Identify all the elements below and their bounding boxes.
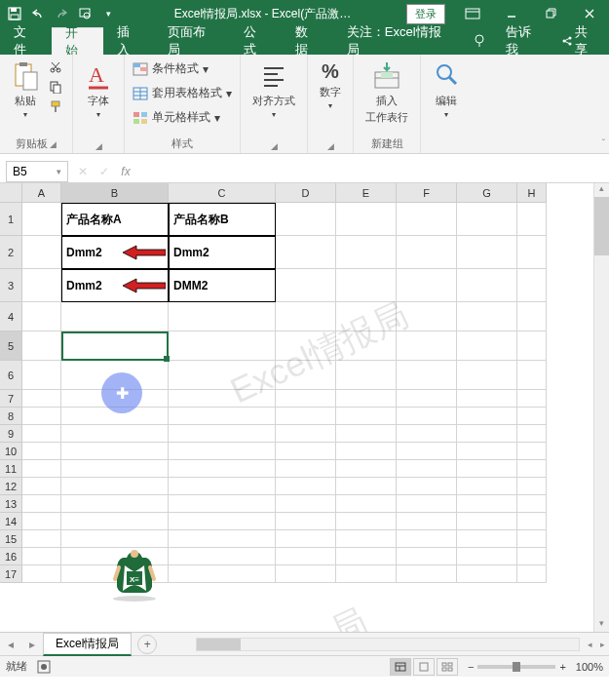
cell-e5[interactable] xyxy=(336,331,397,361)
cell-h6[interactable] xyxy=(517,361,547,390)
cell-d15[interactable] xyxy=(276,530,336,548)
cell-h5[interactable] xyxy=(517,331,547,361)
copy-button[interactable] xyxy=(47,78,64,96)
col-header-e[interactable]: E xyxy=(336,183,397,203)
cell-d12[interactable] xyxy=(276,478,336,495)
cell-a14[interactable] xyxy=(22,513,61,530)
font-button[interactable]: A 字体 ▾ xyxy=(81,58,116,121)
cell-g14[interactable] xyxy=(457,513,517,530)
print-preview-button[interactable] xyxy=(74,3,95,24)
fx-button[interactable]: fx xyxy=(117,165,134,178)
cell-g5[interactable] xyxy=(457,331,517,361)
cell-d17[interactable] xyxy=(276,565,336,583)
cell-a15[interactable] xyxy=(22,530,61,548)
login-button[interactable]: 登录 xyxy=(406,4,445,24)
cell-h4[interactable] xyxy=(517,302,547,331)
cell-f16[interactable] xyxy=(397,548,457,565)
sheet-nav-prev[interactable]: ◂ xyxy=(0,638,21,651)
alignment-button[interactable]: 对齐方式 ▾ xyxy=(248,58,299,121)
cell-b5[interactable] xyxy=(61,331,169,361)
cell-a4[interactable] xyxy=(22,302,61,331)
zoom-slider[interactable] xyxy=(477,665,555,669)
cell-a8[interactable] xyxy=(22,408,61,425)
zoom-value[interactable]: 100% xyxy=(576,661,603,673)
cell-h10[interactable] xyxy=(517,443,547,460)
cell-c9[interactable] xyxy=(169,425,276,443)
cell-f11[interactable] xyxy=(397,460,457,478)
cell-c6[interactable] xyxy=(169,361,276,390)
horizontal-scrollbar[interactable] xyxy=(196,638,580,651)
ribbon-options-button[interactable] xyxy=(453,0,492,27)
cell-h13[interactable] xyxy=(517,495,547,513)
format-as-table-button[interactable]: 套用表格格式 ▾ xyxy=(133,83,232,103)
cell-a17[interactable] xyxy=(22,565,61,583)
tab-home[interactable]: 开始 xyxy=(52,27,103,55)
cell-a12[interactable] xyxy=(22,478,61,495)
cell-h17[interactable] xyxy=(517,565,547,583)
cell-c4[interactable] xyxy=(169,302,276,331)
cell-g11[interactable] xyxy=(457,460,517,478)
cell-b10[interactable] xyxy=(61,443,169,460)
cell-c11[interactable] xyxy=(169,460,276,478)
row-header-1[interactable]: 1 xyxy=(0,203,22,236)
cell-e2[interactable] xyxy=(336,236,397,269)
row-header-5[interactable]: 5 xyxy=(0,331,22,361)
zoom-in-button[interactable]: + xyxy=(559,661,565,673)
cell-g16[interactable] xyxy=(457,548,517,565)
new-sheet-button[interactable]: + xyxy=(137,635,157,654)
cell-b2[interactable]: Dmm2 xyxy=(61,236,169,269)
cell-a11[interactable] xyxy=(22,460,61,478)
save-button[interactable] xyxy=(4,3,25,24)
tab-data[interactable]: 数据 xyxy=(282,27,333,55)
row-header-8[interactable]: 8 xyxy=(0,408,22,425)
tab-insert[interactable]: 插入 xyxy=(103,27,155,55)
select-all-button[interactable] xyxy=(0,183,22,203)
cell-c10[interactable] xyxy=(169,443,276,460)
cell-c8[interactable] xyxy=(169,408,276,425)
cell-d13[interactable] xyxy=(276,495,336,513)
cell-h11[interactable] xyxy=(517,460,547,478)
cell-g8[interactable] xyxy=(457,408,517,425)
cell-e17[interactable] xyxy=(336,565,397,583)
cell-d10[interactable] xyxy=(276,443,336,460)
tab-file[interactable]: 文件 xyxy=(0,27,52,55)
cell-d9[interactable] xyxy=(276,425,336,443)
row-header-7[interactable]: 7 xyxy=(0,390,22,408)
cell-f15[interactable] xyxy=(397,530,457,548)
align-dialog-launcher[interactable]: ◢ xyxy=(271,141,278,151)
cell-b9[interactable] xyxy=(61,425,169,443)
editing-button[interactable]: 编辑 ▾ xyxy=(429,58,464,121)
clipboard-dialog-launcher[interactable]: ◢ xyxy=(50,139,57,149)
hscroll-thumb[interactable] xyxy=(197,639,241,650)
cell-h16[interactable] xyxy=(517,548,547,565)
cell-a7[interactable] xyxy=(22,390,61,408)
sheet-nav-next[interactable]: ▸ xyxy=(21,638,43,651)
cell-a10[interactable] xyxy=(22,443,61,460)
sheet-tab-active[interactable]: Excel情报局 xyxy=(43,633,132,656)
zoom-out-button[interactable]: − xyxy=(468,661,474,673)
row-header-10[interactable]: 10 xyxy=(0,443,22,460)
enter-formula-button[interactable]: ✓ xyxy=(95,165,113,178)
cell-e12[interactable] xyxy=(336,478,397,495)
cell-e11[interactable] xyxy=(336,460,397,478)
cell-f7[interactable] xyxy=(397,390,457,408)
cell-b3[interactable]: Dmm2 xyxy=(61,269,169,302)
cell-f5[interactable] xyxy=(397,331,457,361)
cell-f17[interactable] xyxy=(397,565,457,583)
collapse-ribbon-button[interactable]: ˇ xyxy=(602,138,605,149)
cell-g13[interactable] xyxy=(457,495,517,513)
vertical-scrollbar[interactable]: ▴ ▾ xyxy=(593,183,609,632)
font-dialog-launcher[interactable]: ◢ xyxy=(95,141,102,151)
row-header-4[interactable]: 4 xyxy=(0,302,22,331)
cell-b12[interactable] xyxy=(61,478,169,495)
cell-f6[interactable] xyxy=(397,361,457,390)
cell-g17[interactable] xyxy=(457,565,517,583)
cell-f8[interactable] xyxy=(397,408,457,425)
cell-h12[interactable] xyxy=(517,478,547,495)
cell-d1[interactable] xyxy=(276,203,336,236)
redo-button[interactable] xyxy=(51,3,72,24)
cell-a5[interactable] xyxy=(22,331,61,361)
cell-c1[interactable]: 产品名称B xyxy=(169,203,276,236)
cell-a13[interactable] xyxy=(22,495,61,513)
col-header-d[interactable]: D xyxy=(276,183,336,203)
